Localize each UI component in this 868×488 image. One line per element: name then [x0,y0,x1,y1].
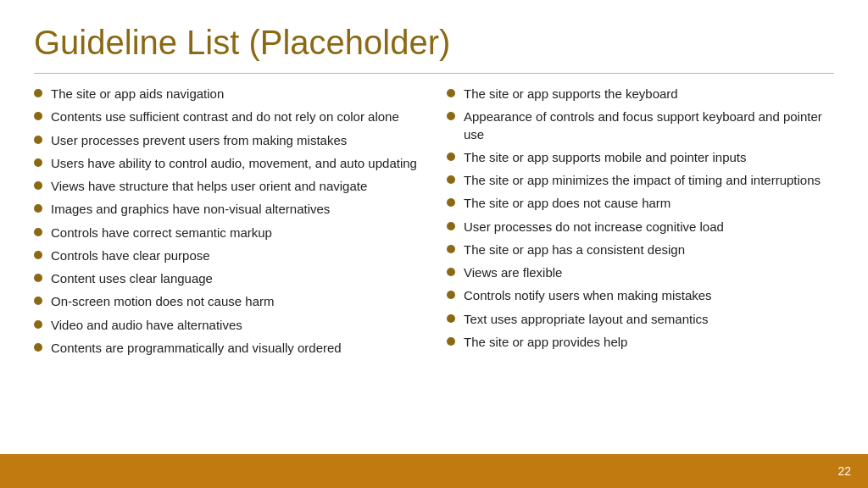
bullet-icon [447,222,455,230]
bullet-icon [34,251,42,259]
bullet-icon [447,268,455,276]
footer: 22 [0,454,868,488]
list-item: Contents are programmatically and visual… [34,340,421,357]
slide-title: Guideline List (Placeholder) [34,24,834,61]
bullet-icon [34,204,42,213]
list-item: Users have ability to control audio, mov… [34,155,421,172]
list-item-text: The site or app minimizes the impact of … [464,172,821,189]
list-item-text: Controls have clear purpose [51,247,210,264]
list-item: The site or app aids navigation [34,86,421,103]
list-item: Contents use sufficient contrast and do … [34,108,421,125]
bullet-icon [447,198,455,207]
slide: Guideline List (Placeholder) The site or… [0,0,868,488]
list-item: Controls have correct semantic markup [34,225,421,241]
list-item: Views have structure that helps user ori… [34,178,421,195]
list-item-text: The site or app aids navigation [51,86,224,103]
list-item: The site or app supports the keyboard [447,86,834,103]
list-item-text: Contents are programmatically and visual… [51,340,342,357]
list-item: The site or app supports mobile and poin… [447,149,834,166]
list-item-text: The site or app does not cause harm [464,195,670,212]
bullet-icon [34,158,42,167]
bullet-icon [34,343,42,352]
list-item-text: On-screen motion does not cause harm [51,293,274,310]
list-item: Appearance of controls and focus support… [447,108,834,143]
list-item: The site or app provides help [447,334,834,351]
list-item-text: User processes do not increase cognitive… [464,219,724,236]
list-item-text: Appearance of controls and focus support… [464,108,834,143]
page-number: 22 [837,464,851,478]
bullet-icon [447,291,455,299]
list-item-text: Images and graphics have non-visual alte… [51,201,330,218]
list-item: User processes do not increase cognitive… [447,219,834,236]
bullet-icon [34,297,42,305]
bullet-icon [447,175,455,184]
list-item-text: Views are flexible [464,264,562,281]
list-item: Video and audio have alternatives [34,317,421,334]
bullet-icon [34,136,42,144]
bullet-icon [34,274,42,282]
list-item: Content uses clear language [34,270,421,287]
list-item: The site or app has a consistent design [447,241,834,258]
bullet-icon [447,112,455,120]
list-item-text: The site or app has a consistent design [464,241,685,258]
bullet-icon [447,152,455,161]
list-item-text: The site or app supports mobile and poin… [464,149,747,166]
divider [34,73,834,74]
list-item-text: Controls notify users when making mistak… [464,287,712,304]
list-item: Views are flexible [447,264,834,281]
bullet-icon [447,337,455,346]
bullet-icon [34,228,42,236]
bullet-icon [447,314,455,323]
list-item: The site or app does not cause harm [447,195,834,212]
list-item: Images and graphics have non-visual alte… [34,201,421,218]
list-item-text: Views have structure that helps user ori… [51,178,367,195]
list-item: Controls notify users when making mistak… [447,287,834,304]
columns: The site or app aids navigationContents … [34,86,834,441]
left-list: The site or app aids navigationContents … [34,86,421,363]
list-item-text: Users have ability to control audio, mov… [51,155,417,172]
list-item-text: Text uses appropriate layout and semanti… [464,311,709,328]
list-item-text: The site or app provides help [464,334,627,351]
list-item-text: Video and audio have alternatives [51,317,242,334]
list-item-text: Contents use sufficient contrast and do … [51,108,399,125]
left-column: The site or app aids navigationContents … [34,86,421,441]
list-item: On-screen motion does not cause harm [34,293,421,310]
list-item: Controls have clear purpose [34,247,421,264]
list-item: User processes prevent users from making… [34,132,421,149]
right-column: The site or app supports the keyboardApp… [447,86,834,441]
bullet-icon [34,112,42,120]
bullet-icon [447,245,455,253]
list-item-text: Content uses clear language [51,270,213,287]
content-area: Guideline List (Placeholder) The site or… [0,0,868,454]
list-item: Text uses appropriate layout and semanti… [447,311,834,328]
list-item-text: User processes prevent users from making… [51,132,347,149]
right-list: The site or app supports the keyboardApp… [447,86,834,357]
bullet-icon [34,181,42,190]
list-item: The site or app minimizes the impact of … [447,172,834,189]
list-item-text: Controls have correct semantic markup [51,225,272,241]
bullet-icon [34,320,42,329]
list-item-text: The site or app supports the keyboard [464,86,678,103]
bullet-icon [447,89,455,97]
bullet-icon [34,89,42,97]
